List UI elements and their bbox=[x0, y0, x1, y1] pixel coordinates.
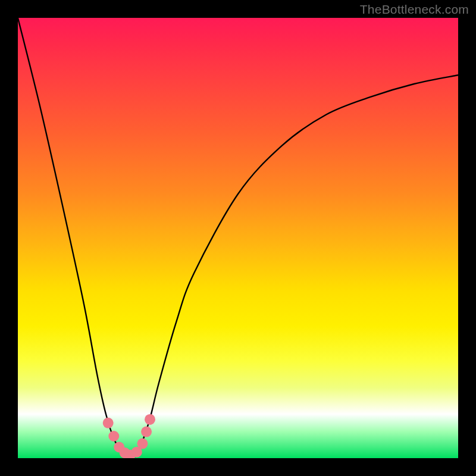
highlight-dot bbox=[137, 439, 148, 449]
plot-area bbox=[18, 18, 458, 458]
chart-frame: TheBottleneck.com bbox=[0, 0, 476, 476]
bottleneck-curve bbox=[18, 18, 458, 458]
highlight-dot bbox=[103, 418, 114, 428]
highlight-dot bbox=[108, 431, 119, 441]
watermark-label: TheBottleneck.com bbox=[360, 2, 469, 17]
highlight-dots bbox=[103, 414, 155, 458]
highlight-dot bbox=[145, 414, 155, 425]
highlight-dot bbox=[141, 427, 152, 437]
bottleneck-chart bbox=[18, 18, 458, 458]
